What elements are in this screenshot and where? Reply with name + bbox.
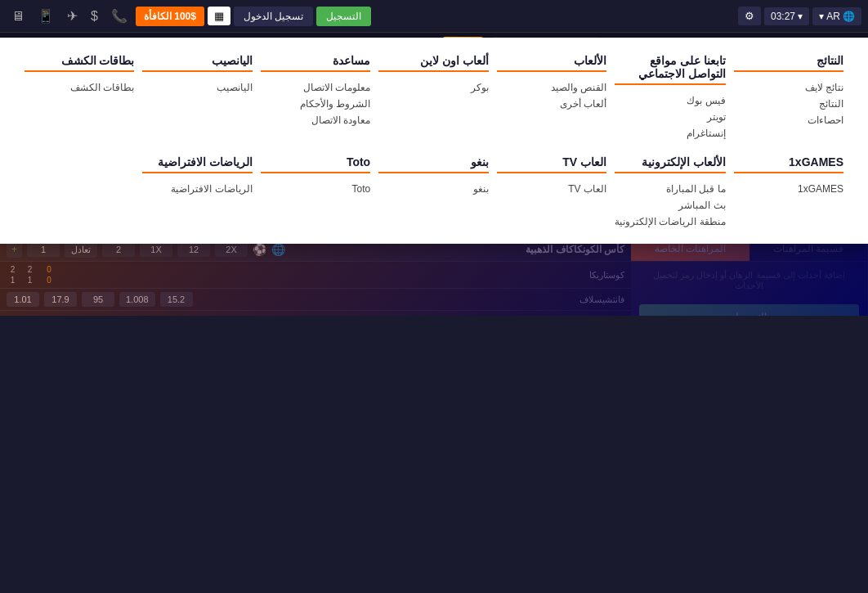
dropdown-col-scratch: بطاقات الكشف بطاقات الكشف [25,54,134,139]
bet-empty-text: إضافة أحداث إلى قسيمة الرهان أو إدخال رم… [631,262,867,299]
settings-button[interactable]: ⚙ [738,7,761,25]
odds-101[interactable]: 1.01 [7,292,39,307]
dropdown-link-bingo[interactable]: بنغو [378,183,488,195]
dropdown-header-help: مساعدة [261,54,370,72]
score2-bottom: 1 [28,276,33,285]
dropdown-col-toto: Toto Toto [261,155,370,227]
table-row: كوستاريكا 0 0 2 1 2 1 [0,262,631,289]
dropdown-header-social: تابعنا على مواقع التواصل الاجتماعي [615,54,726,85]
flag-icon: 🌐 [843,11,855,22]
score-top: 0 [47,265,51,274]
monitor-button[interactable]: 🖥 [7,6,29,27]
chevron-down-icon: ▾ [819,11,824,22]
dropdown-link-results[interactable]: النتائج [734,98,843,110]
dropdown-header-esports: الألعاب الإلكترونية [615,155,726,173]
dropdown-col-bingo: بنغو بنغو [378,155,488,227]
match-name: كأس الكونكاكاف الذهبية [290,244,624,255]
top-bar: 🌐 AR ▾ ▾ 03:27 ⚙ التسجيل تسجيل الدخول ▦ … [0,0,868,33]
dropdown-col-social: تابعنا على مواقع التواصل الاجتماعي فيس ب… [615,54,726,139]
dropdown-col-lottery: اليانصيب اليانصيب [142,54,252,139]
table-row: فانتشيسلاف 15.2 1.008 95 17.9 1.01 [0,289,631,311]
dropdown-header-scratch: بطاقات الكشف [25,54,134,72]
more-odds-button[interactable]: + [7,241,22,258]
dropdown-header-games: الألعاب [497,54,606,72]
score3-top: 2 [11,265,16,274]
dropdown-col-results: النتائج نتائج لايف النتائج احصاءات [734,54,843,139]
phone-button[interactable]: 📞 [106,5,132,27]
dropdown-col-1xgames: 1xGAMES 1xGAMES [734,155,843,227]
odds-2x[interactable]: 2X [215,242,248,257]
dropdown-header-results: النتائج [734,54,843,72]
score2-top: 2 [28,265,33,274]
globe-icon: 🌐 [271,243,285,256]
odds-95[interactable]: 95 [82,292,114,307]
mobile-button[interactable]: 📱 [33,5,59,27]
dollar-button[interactable]: $ [86,6,103,27]
match-name: فانتشيسلاف [198,294,624,305]
odds-2[interactable]: 2 [102,242,135,257]
dropdown-link-lottery[interactable]: اليانصيب [142,82,252,93]
dropdown-header-toto: Toto [261,155,370,173]
dropdown-link-live-results[interactable]: نتائج لايف [734,82,843,93]
login-button[interactable]: تسجيل الدخول [234,7,313,26]
telegram-button[interactable]: ✈ [62,5,83,27]
dropdown-link-stats[interactable]: احصاءات [734,115,843,126]
dropdown-col-tvgames: العاب TV العاب TV [497,155,606,227]
time-button[interactable]: ▾ 03:27 [764,7,809,25]
dropdown-col-esports: الألعاب الإلكترونية ما قبل المباراة بث ا… [615,155,726,227]
dropdown-link-1xgames[interactable]: 1xGAMES [734,183,843,195]
qr-icon: ▦ [214,10,224,22]
dropdown-link-prematch[interactable]: ما قبل المباراة [615,183,726,195]
odds-draw[interactable]: تعادل [65,242,97,258]
dropdown-header-lottery: اليانصيب [142,54,252,72]
dropdown-link-callback[interactable]: معاودة الاتصال [261,115,370,126]
football-icon: ⚽ [253,243,266,256]
register-button[interactable]: التسجيل [316,7,371,26]
odds-1008[interactable]: 1.008 [119,292,155,307]
qr-button[interactable]: ▦ [208,7,230,25]
dropdown-link-terms[interactable]: الشروط والأحكام [261,98,370,110]
language-button[interactable]: 🌐 AR ▾ [812,7,861,25]
dropdown-header-virtual: الرياضات الافتراضية [142,155,252,173]
dropdown-link-facebook[interactable]: فيس بوك [615,95,726,106]
dropdown-link-live-stream[interactable]: بث المباشر [615,200,726,211]
dropdown-col-games: الألعاب القنص والصيد ألعاب أخرى [497,54,606,139]
dropdown-link-other-games[interactable]: ألعاب أخرى [497,98,606,110]
odds-1[interactable]: 1 [27,242,60,257]
score-bottom: 0 [47,276,51,285]
dropdown-link-contact[interactable]: معلومات الاتصال [261,82,370,93]
dropdown-link-instagram[interactable]: إنستاغرام [615,128,726,139]
dropdown-link-esports-zone[interactable]: منطقة الرياضات الإلكترونية [615,216,726,227]
dropdown-link-tvgames[interactable]: العاب TV [497,183,606,195]
dropdown-col-virtual: الرياضات الافتراضية الرياضات الافتراضية [142,155,252,227]
dropdown-header-bingo: بنغو [378,155,488,173]
dropdown-header-online: ألعاب اون لاين [378,54,488,72]
odds-12[interactable]: 12 [177,242,210,257]
dropdown-link-hunting[interactable]: القنص والصيد [497,82,606,93]
dropdown-link-scratch[interactable]: بطاقات الكشف [25,82,134,93]
score3-bottom: 1 [11,276,16,285]
dropdown-link-twitter[interactable]: تويتر [615,111,726,123]
chevron-down-icon: ▾ [798,11,803,22]
odds-179[interactable]: 17.9 [44,292,77,307]
signup-button[interactable]: التسجيل [639,304,859,316]
top-bar-right: التسجيل تسجيل الدخول ▦ 100$ الكافأة 📞 $ … [7,5,371,27]
dropdown-col-online: ألعاب اون لاين بوكر [378,54,488,139]
top-bar-left: 🌐 AR ▾ ▾ 03:27 ⚙ [738,7,861,25]
dropdown-header-1xgames: 1xGAMES [734,155,843,173]
odds-1x[interactable]: 1X [140,242,172,257]
dropdown-link-poker[interactable]: بوكر [378,82,488,93]
bonus-button[interactable]: 100$ الكافأة [136,7,204,26]
odds-152[interactable]: 15.2 [160,292,193,307]
dropdown-header-tvgames: العاب TV [497,155,606,173]
dropdown-menu: النتائج نتائج لايف النتائج احصاءات تابعن… [0,38,868,244]
dropdown-col-help: مساعدة معلومات الاتصال الشروط والأحكام م… [261,54,370,139]
match-name: كوستاريكا [62,270,624,281]
dropdown-link-toto[interactable]: Toto [261,183,370,195]
match-table: كأس الكونكاكاف الذهبية 🌐 ⚽ 2X 12 1X 2 تع… [0,238,631,311]
dropdown-link-virtual[interactable]: الرياضات الافتراضية [142,183,252,195]
